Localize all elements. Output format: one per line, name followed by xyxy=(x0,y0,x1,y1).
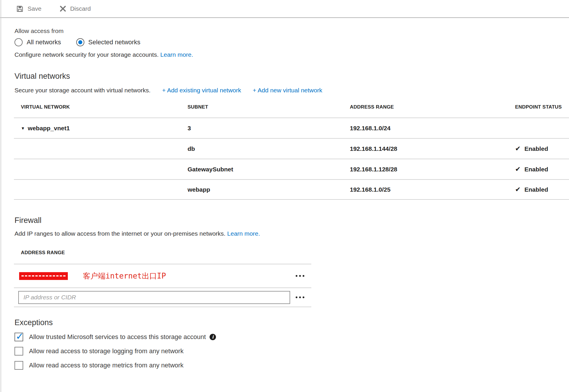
learn-more-link-access[interactable]: Learn more. xyxy=(160,51,193,58)
radio-option-selected-networks[interactable]: Selected networks xyxy=(76,38,141,46)
discard-x-icon xyxy=(59,5,66,12)
discard-button-label: Discard xyxy=(70,5,91,12)
endpoint-status-text: Enabled xyxy=(524,166,548,173)
address-range-cell: 192.168.1.0/25 xyxy=(350,186,515,193)
more-options-icon[interactable] xyxy=(296,296,304,298)
check-icon: ✔ xyxy=(515,165,521,173)
firewall-ip-row: 客户端internet出口IP xyxy=(14,264,311,288)
discard-button[interactable]: Discard xyxy=(59,5,91,12)
network-security-description-text: Configure network security for your stor… xyxy=(14,51,159,58)
table-row-vnet[interactable]: ▼ webapp_vnet1 3 192.168.1.0/24 xyxy=(14,118,569,138)
col-header-subnet: SUBNET xyxy=(188,104,350,110)
exception-storage-metrics-row: Allow read access to storage metrics fro… xyxy=(14,361,569,370)
redacted-ip-value xyxy=(19,272,68,280)
firewall-description: Add IP ranges to allow access from the i… xyxy=(14,230,569,237)
exception-trusted-services-row: ✓ Allow trusted Microsoft services to ac… xyxy=(14,333,569,341)
radio-selected-networks[interactable] xyxy=(76,38,84,46)
subnet-cell: 3 xyxy=(188,125,350,132)
table-row-subnet-gateway[interactable]: GatewaySubnet 192.168.1.128/28 ✔ Enabled xyxy=(14,159,569,179)
save-icon xyxy=(16,5,24,13)
firewall-table: 客户端internet出口IP xyxy=(14,264,311,307)
address-range-cell: 192.168.1.144/28 xyxy=(350,145,515,152)
checkbox-storage-metrics[interactable] xyxy=(14,361,23,370)
address-range-cell: 192.168.1.0/24 xyxy=(350,125,515,132)
endpoint-status-cell: ✔ Enabled xyxy=(515,145,569,153)
radio-option-all-networks[interactable]: All networks xyxy=(14,38,61,46)
subnet-cell: GatewaySubnet xyxy=(188,166,350,173)
table-row-subnet-db[interactable]: db 192.168.1.144/28 ✔ Enabled xyxy=(14,138,569,159)
address-range-cell: 192.168.1.128/28 xyxy=(350,166,515,173)
add-existing-vnet-link[interactable]: + Add existing virtual network xyxy=(162,87,241,94)
exception-label: Allow read access to storage logging fro… xyxy=(29,347,183,355)
radio-all-networks[interactable] xyxy=(14,38,23,46)
col-header-address-range: ADDRESS RANGE xyxy=(350,104,515,110)
learn-more-link-firewall[interactable]: Learn more. xyxy=(227,230,260,237)
endpoint-status-text: Enabled xyxy=(524,145,548,152)
vnet-name: webapp_vnet1 xyxy=(28,125,70,132)
firewall-title: Firewall xyxy=(14,216,569,225)
client-internet-egress-ip-note: 客户端internet出口IP xyxy=(83,271,166,281)
save-button-label: Save xyxy=(28,5,41,12)
endpoint-status-text: Enabled xyxy=(524,186,548,193)
subnet-cell: db xyxy=(188,145,350,152)
save-button[interactable]: Save xyxy=(16,5,41,13)
subnet-cell: webapp xyxy=(188,186,350,193)
checkbox-storage-logging[interactable] xyxy=(14,347,23,356)
allow-access-from-label: Allow access from xyxy=(14,28,569,34)
checkbox-trusted-services[interactable]: ✓ xyxy=(14,333,23,341)
col-header-endpoint-status: ENDPOINT STATUS xyxy=(515,104,569,110)
virtual-networks-table: VIRTUAL NETWORK SUBNET ADDRESS RANGE END… xyxy=(14,104,569,200)
firewall-new-ip-row xyxy=(14,288,311,307)
radio-all-networks-label: All networks xyxy=(27,39,61,46)
vnet-table-header-row: VIRTUAL NETWORK SUBNET ADDRESS RANGE END… xyxy=(14,104,569,118)
exception-storage-logging-row: Allow read access to storage logging fro… xyxy=(14,347,569,356)
exception-label: Allow trusted Microsoft services to acce… xyxy=(29,333,206,341)
checkmark-icon: ✓ xyxy=(16,331,24,342)
exception-label: Allow read access to storage metrics fro… xyxy=(29,362,183,369)
table-row-subnet-webapp[interactable]: webapp 192.168.1.0/25 ✔ Enabled xyxy=(14,179,569,200)
virtual-networks-subtitle: Secure your storage account with virtual… xyxy=(14,87,150,94)
check-icon: ✔ xyxy=(515,145,521,153)
virtual-networks-subtitle-row: Secure your storage account with virtual… xyxy=(14,87,569,94)
check-icon: ✔ xyxy=(515,186,521,193)
network-security-description: Configure network security for your stor… xyxy=(14,51,569,58)
endpoint-status-cell: ✔ Enabled xyxy=(515,165,569,173)
exceptions-title: Exceptions xyxy=(14,318,569,327)
col-header-virtual-network: VIRTUAL NETWORK xyxy=(14,104,188,110)
command-bar: Save Discard xyxy=(0,0,569,18)
ip-address-input[interactable] xyxy=(18,291,290,304)
info-icon[interactable]: i xyxy=(210,334,216,340)
pane-left-border xyxy=(1,0,1,392)
firewall-address-range-header: ADDRESS RANGE xyxy=(14,250,569,256)
more-options-icon[interactable] xyxy=(296,275,304,277)
endpoint-status-cell: ✔ Enabled xyxy=(515,186,569,193)
firewall-description-text: Add IP ranges to allow access from the i… xyxy=(14,230,226,237)
add-new-vnet-link[interactable]: + Add new virtual network xyxy=(253,87,322,94)
allow-access-radio-group: All networks Selected networks xyxy=(14,38,569,46)
radio-selected-networks-label: Selected networks xyxy=(88,39,141,46)
chevron-down-icon[interactable]: ▼ xyxy=(21,126,25,131)
virtual-networks-title: Virtual networks xyxy=(14,72,569,81)
